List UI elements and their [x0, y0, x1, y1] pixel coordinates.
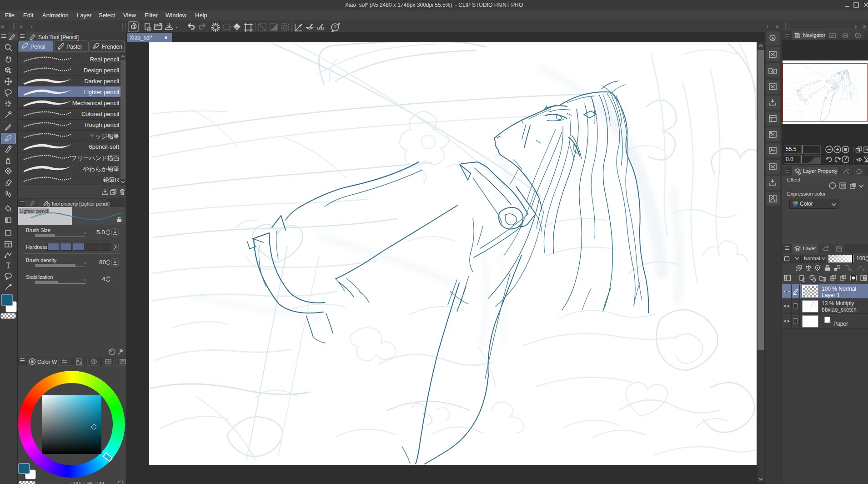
svg-text:?: ?: [334, 25, 336, 30]
